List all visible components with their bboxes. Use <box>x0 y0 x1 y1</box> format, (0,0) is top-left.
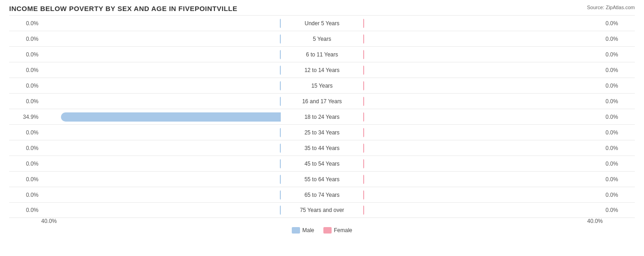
female-value: 0.0% <box>603 98 635 105</box>
male-bar-area <box>41 18 281 28</box>
female-bar-area <box>363 190 603 200</box>
female-bar <box>363 159 364 168</box>
female-value: 0.0% <box>603 20 635 27</box>
female-bar <box>363 97 364 106</box>
male-bar-area <box>41 128 281 138</box>
female-value: 0.0% <box>603 36 635 42</box>
female-value: 0.0% <box>603 114 635 120</box>
female-bar-area <box>363 143 603 153</box>
age-label: 5 Years <box>281 36 363 42</box>
male-bar-area <box>41 205 281 215</box>
source-label: Source: ZipAtlas.com <box>587 5 635 10</box>
female-value: 0.0% <box>603 192 635 198</box>
male-value: 0.0% <box>9 51 41 58</box>
female-bar-area <box>363 96 603 106</box>
female-bar <box>363 19 364 28</box>
female-bar <box>363 206 364 215</box>
table-row: 0.0%55 to 64 Years0.0% <box>9 171 635 187</box>
chart-title: INCOME BELOW POVERTY BY SEX AND AGE IN F… <box>9 5 635 12</box>
female-value: 0.0% <box>603 83 635 89</box>
legend-female: Female <box>323 227 352 234</box>
chart-area: 0.0%Under 5 Years0.0%0.0%5 Years0.0%0.0%… <box>9 15 635 216</box>
age-label: 25 to 34 Years <box>281 129 363 136</box>
age-label: 18 to 24 Years <box>281 114 363 120</box>
male-bar-area <box>41 34 281 44</box>
bar-section: 75 Years and over <box>41 203 603 217</box>
female-bar-area <box>363 159 603 169</box>
age-label: Under 5 Years <box>281 20 363 27</box>
age-label: 16 and 17 Years <box>281 98 363 105</box>
table-row: 0.0%25 to 34 Years0.0% <box>9 124 635 140</box>
male-value: 0.0% <box>9 36 41 42</box>
age-label: 65 to 74 Years <box>281 192 363 198</box>
bar-section: 25 to 34 Years <box>41 125 603 140</box>
male-bar-area <box>41 174 281 184</box>
male-bar-area <box>41 112 281 122</box>
age-label: 75 Years and over <box>281 207 363 213</box>
table-row: 0.0%12 to 14 Years0.0% <box>9 62 635 78</box>
female-value: 0.0% <box>603 67 635 73</box>
male-value: 34.9% <box>9 114 41 120</box>
female-bar-area <box>363 50 603 60</box>
male-value: 0.0% <box>9 192 41 198</box>
female-bar <box>363 144 364 153</box>
x-axis: 40.0% 40.0% <box>9 218 635 224</box>
age-label: 45 to 54 Years <box>281 161 363 167</box>
male-bar-area <box>41 159 281 169</box>
female-bar-area <box>363 18 603 28</box>
table-row: 34.9%18 to 24 Years0.0% <box>9 109 635 124</box>
legend-male-label: Male <box>302 227 314 234</box>
male-bar-area <box>41 65 281 75</box>
male-bar-area <box>41 96 281 106</box>
male-bar-area <box>41 190 281 200</box>
female-bar-area <box>363 174 603 184</box>
bar-section: 18 to 24 Years <box>41 109 603 124</box>
bar-section: Under 5 Years <box>41 16 603 31</box>
bar-section: 55 to 64 Years <box>41 172 603 187</box>
table-row: 0.0%65 to 74 Years0.0% <box>9 187 635 202</box>
table-row: 0.0%Under 5 Years0.0% <box>9 15 635 31</box>
legend-female-label: Female <box>334 227 352 234</box>
female-value: 0.0% <box>603 51 635 58</box>
x-left-label: 40.0% <box>41 218 57 224</box>
female-bar <box>363 34 364 44</box>
female-bar <box>363 50 364 59</box>
table-row: 0.0%45 to 54 Years0.0% <box>9 156 635 171</box>
male-value: 0.0% <box>9 129 41 136</box>
age-label: 35 to 44 Years <box>281 145 363 151</box>
table-row: 0.0%6 to 11 Years0.0% <box>9 46 635 62</box>
female-bar <box>363 175 364 184</box>
female-value: 0.0% <box>603 207 635 213</box>
female-bar-area <box>363 34 603 44</box>
female-value: 0.0% <box>603 145 635 151</box>
male-value: 0.0% <box>9 98 41 105</box>
female-bar-area <box>363 128 603 138</box>
male-bar <box>61 112 281 122</box>
male-value: 0.0% <box>9 67 41 73</box>
bar-section: 15 Years <box>41 78 603 93</box>
age-label: 12 to 14 Years <box>281 67 363 73</box>
male-value: 0.0% <box>9 207 41 213</box>
bar-section: 6 to 11 Years <box>41 47 603 62</box>
table-row: 0.0%75 Years and over0.0% <box>9 202 635 218</box>
table-row: 0.0%15 Years0.0% <box>9 78 635 93</box>
table-row: 0.0%5 Years0.0% <box>9 31 635 46</box>
female-bar <box>363 66 364 75</box>
male-value: 0.0% <box>9 83 41 89</box>
bar-section: 35 to 44 Years <box>41 140 603 156</box>
female-bar <box>363 81 364 90</box>
female-bar-area <box>363 112 603 122</box>
female-bar-area <box>363 65 603 75</box>
female-bar <box>363 128 364 137</box>
female-bar <box>363 190 364 200</box>
male-value: 0.0% <box>9 176 41 183</box>
bar-section: 12 to 14 Years <box>41 62 603 78</box>
female-value: 0.0% <box>603 176 635 183</box>
age-label: 6 to 11 Years <box>281 51 363 58</box>
bar-section: 65 to 74 Years <box>41 187 603 202</box>
chart-container: INCOME BELOW POVERTY BY SEX AND AGE IN F… <box>0 0 644 256</box>
female-value: 0.0% <box>603 129 635 136</box>
female-bar-area <box>363 81 603 91</box>
legend-male-box <box>292 227 300 234</box>
legend-male: Male <box>292 227 314 234</box>
